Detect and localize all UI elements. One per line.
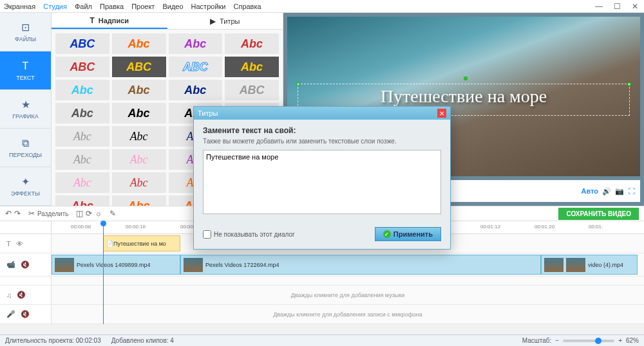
- video-clip[interactable]: Pexels Videos 1722694.mp4: [180, 255, 541, 275]
- menu-edit[interactable]: Правка: [100, 3, 124, 10]
- fullscreen-icon[interactable]: ⛶: [628, 187, 635, 195]
- clip-thumbnail: [184, 258, 203, 272]
- text-style-swatch[interactable]: ABC: [55, 57, 109, 77]
- menu-project[interactable]: Проект: [131, 3, 155, 10]
- duration-value: 00:02:03: [76, 337, 101, 344]
- dialog-titlebar[interactable]: Титры ✕: [194, 107, 450, 120]
- save-video-button[interactable]: СОХРАНИТЬ ВИДЕО: [558, 208, 639, 220]
- brightness-icon[interactable]: ☼: [95, 209, 102, 218]
- text-style-swatch[interactable]: Abc: [225, 33, 279, 54]
- zoom-out-button[interactable]: −: [555, 337, 559, 344]
- text-style-swatch[interactable]: Abc: [112, 126, 166, 147]
- zoom-in-button[interactable]: +: [618, 337, 622, 344]
- mute-icon[interactable]: 🔇: [21, 260, 30, 269]
- preview-text-overlay[interactable]: Путешествие на море: [381, 86, 547, 107]
- files-icon: ⊡: [21, 21, 30, 33]
- title-text-input[interactable]: Путешествие на море: [203, 150, 441, 214]
- zoom-knob[interactable]: [595, 338, 601, 344]
- brand-word-2: Студия: [43, 3, 67, 10]
- text-style-swatch[interactable]: ABC: [55, 33, 109, 54]
- text-style-swatch[interactable]: Abc: [112, 80, 166, 100]
- text-style-swatch[interactable]: ABC: [169, 57, 223, 77]
- text-style-swatch[interactable]: Abc: [55, 149, 109, 170]
- text-style-swatch[interactable]: Abc: [112, 172, 166, 193]
- split-button[interactable]: ✂Разделить: [28, 209, 68, 218]
- text-clip[interactable]: 📄Путешествие на мо: [103, 235, 180, 251]
- crop-icon[interactable]: ◫: [76, 209, 83, 218]
- dialog-title-text: Титры: [198, 109, 218, 117]
- sidebar-label: ТЕКСТ: [16, 75, 34, 81]
- gallery-tab-captions[interactable]: TНадписи: [52, 13, 167, 29]
- hint-text: Дважды кликните для добавления записи с …: [273, 311, 422, 318]
- mute-icon[interactable]: 🔇: [17, 291, 26, 299]
- text-style-swatch[interactable]: Abc: [169, 80, 223, 100]
- play-icon: ▶: [210, 17, 216, 26]
- maximize-icon[interactable]: ☐: [612, 2, 622, 11]
- titles-dialog: Титры ✕ Замените текст на свой: Также вы…: [193, 106, 451, 250]
- sidebar-tab-effects[interactable]: ✦ЭФФЕКТЫ: [0, 167, 51, 206]
- text-style-swatch[interactable]: Abc: [55, 126, 109, 147]
- auto-label[interactable]: Авто: [581, 187, 598, 195]
- menu-video[interactable]: Видео: [162, 3, 183, 10]
- snapshot-icon[interactable]: 📷: [615, 187, 624, 196]
- rotate-handle[interactable]: [464, 77, 468, 80]
- text-style-swatch[interactable]: Abc: [55, 103, 109, 123]
- video-clip[interactable]: video (4).mp4: [541, 255, 638, 275]
- sidebar-label: ГРАФИКА: [12, 113, 39, 120]
- text-style-swatch[interactable]: Abc: [55, 172, 109, 193]
- mic-track-body[interactable]: Дважды кликните для добавления записи с …: [52, 305, 644, 323]
- menu-settings[interactable]: Настройки: [191, 3, 226, 10]
- duration-label: Длительность проекта:: [5, 337, 74, 344]
- text-style-swatch[interactable]: Abc: [55, 80, 109, 100]
- clip-label: Pexels Videos 1722694.mp4: [205, 262, 279, 268]
- music-track-body[interactable]: Дважды кликните для добавления музыки: [52, 286, 644, 304]
- text-style-swatch[interactable]: Abc: [112, 149, 166, 170]
- text-style-swatch[interactable]: Abc: [112, 103, 166, 123]
- sidebar-tab-graphics[interactable]: ★ГРАФИКА: [0, 90, 51, 129]
- redo-icon[interactable]: ↷: [14, 209, 21, 218]
- clip-thumbnail: [544, 258, 564, 272]
- dont-show-checkbox[interactable]: Не показывать этот диалог: [203, 230, 295, 239]
- menubar: Экранная Студия Файл Правка Проект Видео…: [0, 0, 644, 13]
- video-clip[interactable]: Pexels Videos 1409899.mp4: [52, 255, 180, 275]
- text-style-swatch[interactable]: Abc: [55, 196, 109, 206]
- brand-word-1: Экранная: [4, 3, 35, 10]
- zoom-label: Масштаб:: [522, 337, 552, 344]
- mute-icon[interactable]: 🔇: [21, 310, 30, 318]
- mic-icon: 🎤: [6, 310, 15, 318]
- text-style-swatch[interactable]: Abc: [225, 57, 279, 77]
- playhead[interactable]: [103, 221, 104, 324]
- dont-show-label: Не показывать этот диалог: [214, 231, 295, 238]
- sidebar-tab-text[interactable]: TТЕКСТ: [0, 51, 51, 90]
- text-style-swatch[interactable]: Abc: [112, 196, 166, 206]
- clips-label: Добавлено клипов:: [111, 337, 169, 344]
- apply-button[interactable]: ✓Применить: [375, 227, 441, 241]
- text-style-swatch[interactable]: Abc: [169, 33, 223, 54]
- volume-icon[interactable]: 🔊: [602, 187, 611, 196]
- sidebar-label: ФАЙЛЫ: [15, 36, 36, 42]
- close-icon[interactable]: ✕: [630, 2, 640, 11]
- eye-icon[interactable]: 👁: [16, 240, 23, 248]
- text-style-swatch[interactable]: ABC: [112, 57, 166, 77]
- menu-help[interactable]: Справка: [233, 3, 261, 10]
- rotate-icon[interactable]: ⟳: [86, 209, 92, 218]
- mic-track: 🎤🔇 Дважды кликните для добавления записи…: [0, 305, 644, 324]
- zoom-slider[interactable]: [563, 340, 614, 342]
- edit-icon[interactable]: ✎: [109, 209, 116, 218]
- text-style-swatch[interactable]: ABC: [225, 80, 279, 100]
- text-style-swatch[interactable]: Abc: [112, 33, 166, 54]
- sidebar-tab-transitions[interactable]: ⧉ПЕРЕХОДЫ: [0, 129, 51, 167]
- resize-handle[interactable]: [296, 82, 300, 86]
- split-label: Разделить: [37, 210, 68, 217]
- dont-show-input[interactable]: [203, 230, 211, 239]
- music-icon: ♫: [6, 291, 12, 299]
- dialog-close-button[interactable]: ✕: [437, 109, 446, 118]
- minimize-icon[interactable]: —: [594, 2, 604, 11]
- sidebar-tab-files[interactable]: ⊡ФАЙЛЫ: [0, 13, 51, 51]
- resize-handle[interactable]: [627, 82, 631, 86]
- menu-file[interactable]: Файл: [75, 3, 92, 10]
- status-bar: Длительность проекта: 00:02:03 Добавлено…: [0, 334, 644, 346]
- gallery-tab-titles[interactable]: ▶Титры: [167, 13, 283, 29]
- undo-icon[interactable]: ↶: [5, 209, 12, 218]
- ruler-tick: 00:00:08: [71, 224, 91, 230]
